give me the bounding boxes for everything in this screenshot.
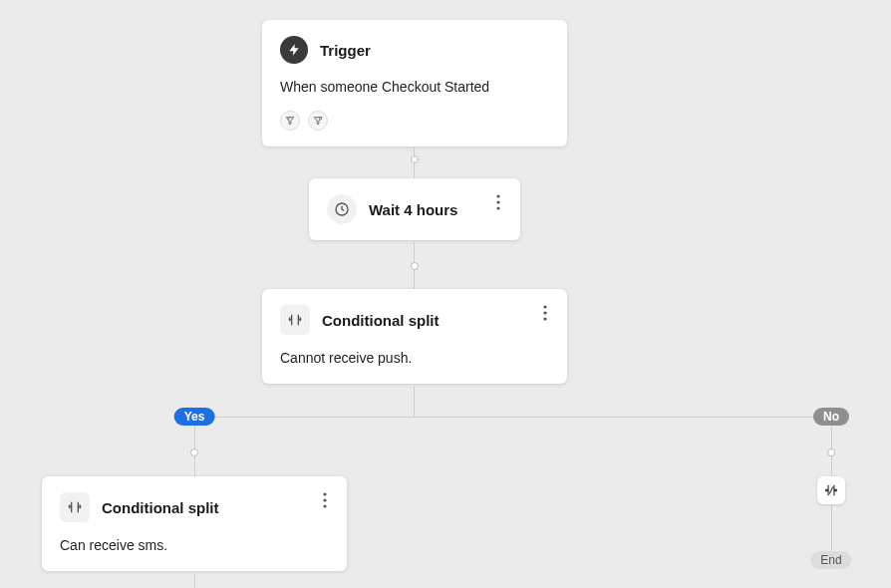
svg-point-7 [543, 317, 546, 320]
svg-point-6 [543, 311, 546, 314]
add-step-button[interactable] [817, 476, 845, 504]
edge-dot [190, 448, 198, 456]
flow-canvas: Yes No End Trigger When someone Checkout… [0, 0, 891, 588]
edge [194, 574, 195, 588]
edge [194, 417, 195, 476]
branch-no-pill: No [813, 408, 849, 426]
node-title: Trigger [320, 42, 371, 59]
edge [194, 417, 831, 418]
edge-dot [827, 448, 835, 456]
svg-point-2 [496, 194, 499, 197]
svg-point-0 [320, 118, 323, 121]
conditional-split-node[interactable]: Conditional split Cannot receive push. [262, 289, 567, 384]
node-title: Wait 4 hours [369, 201, 457, 218]
split-icon [280, 305, 310, 335]
trigger-filter-icon[interactable] [280, 111, 300, 131]
bolt-icon [280, 36, 308, 64]
node-menu-button[interactable] [315, 490, 335, 510]
conditional-split-node[interactable]: Conditional split Can receive sms. [42, 476, 347, 571]
node-body: Can receive sms. [60, 536, 329, 555]
branch-end-pill: End [810, 551, 851, 569]
svg-point-9 [323, 498, 326, 501]
node-body: Cannot receive push. [280, 349, 549, 368]
trigger-node[interactable]: Trigger When someone Checkout Started [262, 20, 567, 147]
node-title: Conditional split [322, 312, 440, 329]
profile-filter-icon[interactable] [308, 111, 328, 131]
svg-point-3 [496, 200, 499, 203]
node-menu-button[interactable] [488, 192, 508, 212]
svg-point-5 [543, 305, 546, 308]
wait-node[interactable]: Wait 4 hours [309, 178, 520, 240]
clock-icon [327, 194, 357, 224]
split-icon [60, 492, 90, 522]
svg-point-4 [496, 206, 499, 209]
edge [414, 387, 415, 417]
branch-yes-pill: Yes [174, 408, 215, 426]
svg-point-10 [323, 504, 326, 507]
node-body: When someone Checkout Started [280, 78, 549, 97]
node-menu-button[interactable] [535, 303, 555, 323]
edge-dot [411, 262, 419, 270]
node-title: Conditional split [102, 499, 219, 516]
svg-point-8 [323, 492, 326, 495]
edge-dot [411, 155, 419, 163]
